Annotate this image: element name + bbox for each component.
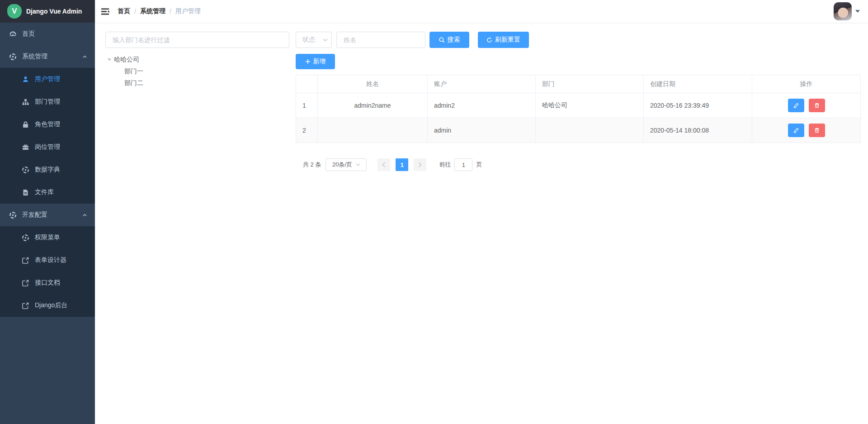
lock-icon xyxy=(22,121,29,129)
add-button-label: 新增 xyxy=(313,57,326,66)
sidebar-item-label: 部门管理 xyxy=(35,98,60,106)
sidebar-item-label: Django后台 xyxy=(35,301,67,310)
status-select-placeholder: 状态 xyxy=(302,36,315,44)
external-link-icon xyxy=(22,279,29,287)
logo-bar[interactable]: V Django Vue Admin xyxy=(0,0,95,23)
sidebar-item-files[interactable]: 文件库 xyxy=(0,181,95,204)
sidebar-item-departments[interactable]: 部门管理 xyxy=(0,91,95,113)
pagination-goto-label: 前往 xyxy=(439,161,451,169)
trash-icon xyxy=(814,103,820,108)
prev-page-button[interactable] xyxy=(377,158,390,171)
sidebar-item-label: 系统管理 xyxy=(22,52,47,61)
tree-node-label: 哈哈公司 xyxy=(114,56,139,64)
briefcase-icon xyxy=(22,143,29,151)
table-row: 1 admin2name admin2 哈哈公司 2020-05-16 23:3… xyxy=(296,93,861,118)
table-row: 2 admin 2020-05-14 18:00:08 xyxy=(296,118,861,143)
sidebar-item-label: 用户管理 xyxy=(35,75,60,83)
department-panel: 哈哈公司 部门一 部门二 xyxy=(105,32,289,89)
external-link-icon xyxy=(22,257,29,264)
cell-account: admin2 xyxy=(428,93,536,118)
sidebar-item-label: 首页 xyxy=(22,30,35,38)
sidebar-item-label: 表单设计器 xyxy=(35,256,66,264)
sidebar-menu: 首页 系统管理 用户管理 部门管理 xyxy=(0,23,95,424)
sidebar-item-users[interactable]: 用户管理 xyxy=(0,68,95,91)
sidebar-item-roles[interactable]: 角色管理 xyxy=(0,113,95,136)
sidebar: V Django Vue Admin 首页 系统管理 xyxy=(0,0,95,424)
pagination: 共 2 条 20条/页 1 前往 页 xyxy=(296,158,860,171)
col-header-dept: 部门 xyxy=(536,75,644,93)
org-tree-icon xyxy=(22,98,29,106)
chevron-up-icon xyxy=(83,55,87,59)
add-button[interactable]: 新增 xyxy=(296,54,335,69)
chevron-down-icon xyxy=(323,38,328,42)
breadcrumb-separator: / xyxy=(134,8,136,15)
trash-icon xyxy=(814,128,820,133)
refresh-icon xyxy=(486,37,492,43)
app-root: V Django Vue Admin 首页 系统管理 xyxy=(0,0,868,424)
sidebar-item-posts[interactable]: 岗位管理 xyxy=(0,136,95,158)
tree-node-label: 部门二 xyxy=(124,79,143,87)
sidebar-item-form-designer[interactable]: 表单设计器 xyxy=(0,249,95,272)
main-area: 首页 / 系统管理 / 用户管理 哈哈公司 xyxy=(95,0,868,424)
breadcrumb-home[interactable]: 首页 xyxy=(118,7,130,15)
sidebar-toggle-button[interactable] xyxy=(95,0,114,23)
status-select[interactable]: 状态 xyxy=(296,32,332,48)
sidebar-item-django-admin[interactable]: Django后台 xyxy=(0,294,95,317)
edit-button[interactable] xyxy=(788,124,804,137)
tree-node-company[interactable]: 哈哈公司 xyxy=(105,54,289,66)
search-button[interactable]: 搜索 xyxy=(429,32,469,48)
page-size-select[interactable]: 20条/页 xyxy=(326,158,367,171)
cell-index: 2 xyxy=(296,118,318,143)
dashboard-icon xyxy=(9,30,17,38)
dict-icon xyxy=(22,166,29,174)
hamburger-fold-icon xyxy=(101,8,109,15)
sidebar-item-system[interactable]: 系统管理 xyxy=(0,45,95,68)
delete-button[interactable] xyxy=(809,99,825,112)
refresh-reset-button-label: 刷新重置 xyxy=(495,36,520,44)
tree-node-dept1[interactable]: 部门一 xyxy=(105,66,289,77)
edit-pencil-icon xyxy=(793,103,799,108)
col-header-actions: 操作 xyxy=(752,75,861,93)
sidebar-item-dictionary[interactable]: 数据字典 xyxy=(0,158,95,181)
sidebar-item-label: 开发配置 xyxy=(22,211,47,219)
refresh-reset-button[interactable]: 刷新重置 xyxy=(478,32,529,48)
col-header-account: 账户 xyxy=(428,75,536,93)
app-logo-icon: V xyxy=(7,4,22,19)
sidebar-item-api-docs[interactable]: 接口文档 xyxy=(0,272,95,294)
breadcrumb: 首页 / 系统管理 / 用户管理 xyxy=(118,7,201,15)
sidebar-item-devconfig[interactable]: 开发配置 xyxy=(0,204,95,226)
pagination-total: 共 2 条 xyxy=(303,161,321,169)
tree-node-dept2[interactable]: 部门二 xyxy=(105,77,289,89)
cell-account: admin xyxy=(428,118,536,143)
page-number-button[interactable]: 1 xyxy=(396,158,408,171)
sidebar-item-permission-menu[interactable]: 权限菜单 xyxy=(0,226,95,249)
permission-icon xyxy=(22,234,29,242)
chevron-down-icon xyxy=(356,163,360,166)
sidebar-item-label: 岗位管理 xyxy=(35,143,60,151)
pagination-page-unit: 页 xyxy=(476,161,482,169)
table-header-row: 姓名 账户 部门 创建日期 操作 xyxy=(296,75,861,93)
goto-page-input[interactable] xyxy=(454,158,472,171)
tree-expand-icon[interactable] xyxy=(108,58,111,61)
navbar: 首页 / 系统管理 / 用户管理 xyxy=(95,0,868,23)
col-header-name: 姓名 xyxy=(318,75,428,93)
app-title: Django Vue Admin xyxy=(26,8,82,15)
user-icon xyxy=(22,76,29,83)
next-page-button[interactable] xyxy=(414,158,426,171)
department-filter-input[interactable] xyxy=(105,32,289,48)
users-table-wrap: 姓名 账户 部门 创建日期 操作 1 admin2name ad xyxy=(296,75,860,143)
cell-created: 2020-05-16 23:39:49 xyxy=(644,93,752,118)
navbar-user-menu[interactable] xyxy=(834,2,860,20)
delete-button[interactable] xyxy=(809,124,825,137)
sidebar-item-label: 数据字典 xyxy=(35,166,60,174)
chevron-up-icon xyxy=(83,213,87,217)
user-avatar[interactable] xyxy=(834,2,852,20)
edit-button[interactable] xyxy=(788,99,804,112)
department-tree: 哈哈公司 部门一 部门二 xyxy=(105,54,289,89)
sidebar-item-home[interactable]: 首页 xyxy=(0,23,95,45)
caret-down-icon[interactable] xyxy=(855,10,860,13)
name-filter-input[interactable] xyxy=(336,32,425,48)
cell-index: 1 xyxy=(296,93,318,118)
cell-created: 2020-05-14 18:00:08 xyxy=(644,118,752,143)
breadcrumb-section: 系统管理 xyxy=(140,7,165,15)
